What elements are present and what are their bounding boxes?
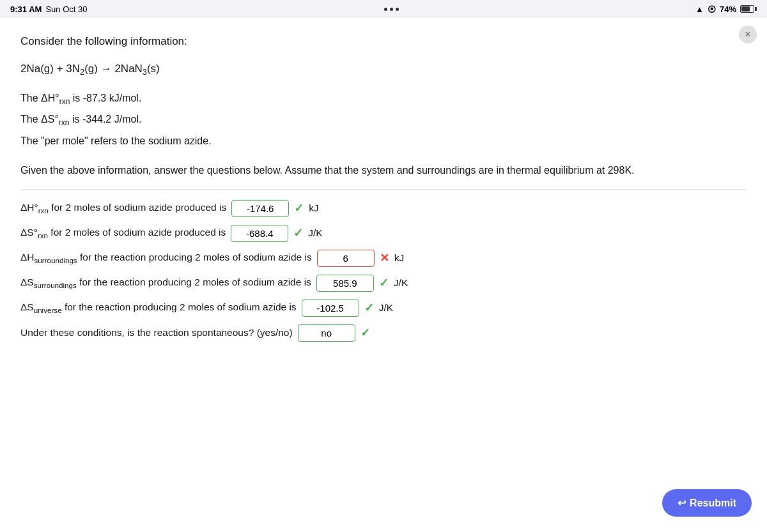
info-block: The ΔH°rxn is -87.3 kJ/mol. The ΔS°rxn i… bbox=[20, 89, 747, 149]
reaction-block: 2Na(g) + 3N2(g) → 2NaN3(s) bbox=[20, 63, 747, 77]
input-enthalpy-2mol[interactable] bbox=[231, 200, 289, 217]
battery-percent: 74% bbox=[720, 4, 736, 14]
check-icon-5: ✓ bbox=[364, 301, 374, 315]
status-time: 9:31 AM bbox=[10, 4, 42, 14]
answer-row-1: ΔH°rxn for 2 moles of sodium azide produ… bbox=[20, 200, 747, 217]
input-entropy-universe[interactable] bbox=[302, 300, 359, 317]
input-spontaneous[interactable] bbox=[298, 324, 355, 342]
check-icon-2: ✓ bbox=[293, 226, 303, 240]
reaction-formula: 2Na(g) + 3N2(g) → 2NaN3(s) bbox=[20, 63, 160, 75]
info-per-mole: The "per mole" refers to the sodium azid… bbox=[20, 132, 747, 149]
resubmit-icon: ↩ bbox=[678, 497, 686, 509]
unit-2: J/K bbox=[308, 227, 322, 239]
content-card: × Consider the following information: 2N… bbox=[0, 18, 767, 532]
label-5: ΔSuniverse for the reaction producing 2 … bbox=[20, 301, 297, 314]
info-entropy: The ΔS°rxn is -344.2 J/mol. bbox=[20, 110, 747, 130]
question-text: Given the above information, answer the … bbox=[20, 162, 747, 179]
input-entropy-2mol[interactable] bbox=[231, 225, 288, 242]
signal-icon: ▲ bbox=[695, 4, 704, 14]
answer-row-4: ΔSsurroundings for the reaction producin… bbox=[20, 275, 747, 292]
battery-icon bbox=[740, 5, 757, 13]
label-2: ΔS°rxn for 2 moles of sodium azide produ… bbox=[20, 227, 226, 239]
answer-row-2: ΔS°rxn for 2 moles of sodium azide produ… bbox=[20, 225, 747, 242]
check-icon-4: ✓ bbox=[379, 276, 389, 290]
unit-3: kJ bbox=[394, 252, 405, 264]
label-1: ΔH°rxn for 2 moles of sodium azide produ… bbox=[20, 202, 226, 215]
close-button[interactable]: × bbox=[739, 26, 757, 43]
intro-text: Consider the following information: bbox=[20, 33, 747, 50]
check-icon-6: ✓ bbox=[360, 326, 370, 340]
resubmit-label: Resubmit bbox=[690, 498, 736, 509]
input-enthalpy-surroundings[interactable] bbox=[317, 250, 375, 267]
answer-row-6: Under these conditions, is the reaction … bbox=[20, 324, 747, 342]
input-entropy-surroundings[interactable] bbox=[316, 275, 374, 292]
resubmit-button[interactable]: ↩ Resubmit bbox=[662, 489, 752, 517]
label-6: Under these conditions, is the reaction … bbox=[20, 327, 293, 338]
unit-4: J/K bbox=[394, 277, 408, 289]
answer-row-3: ΔHsurroundings for the reaction producin… bbox=[20, 250, 747, 267]
wifi-icon: ⦿ bbox=[708, 4, 716, 14]
divider bbox=[20, 189, 747, 190]
status-date: Sun Sun Oct 30Oct 30 bbox=[45, 4, 87, 14]
label-3: ΔHsurroundings for the reaction producin… bbox=[20, 252, 312, 264]
status-bar: 9:31 AM Sun Sun Oct 30Oct 30 ▲ ⦿ 74% bbox=[0, 0, 767, 18]
unit-5: J/K bbox=[379, 302, 393, 314]
label-4: ΔSsurroundings for the reaction producin… bbox=[20, 277, 311, 289]
x-icon-3: ✕ bbox=[380, 251, 389, 265]
dots-menu bbox=[384, 8, 399, 11]
answer-row-5: ΔSuniverse for the reaction producing 2 … bbox=[20, 300, 747, 317]
check-icon-1: ✓ bbox=[294, 201, 304, 215]
unit-1: kJ bbox=[309, 202, 319, 214]
info-enthalpy: The ΔH°rxn is -87.3 kJ/mol. bbox=[20, 89, 747, 109]
status-icons: ▲ ⦿ 74% bbox=[695, 4, 757, 14]
